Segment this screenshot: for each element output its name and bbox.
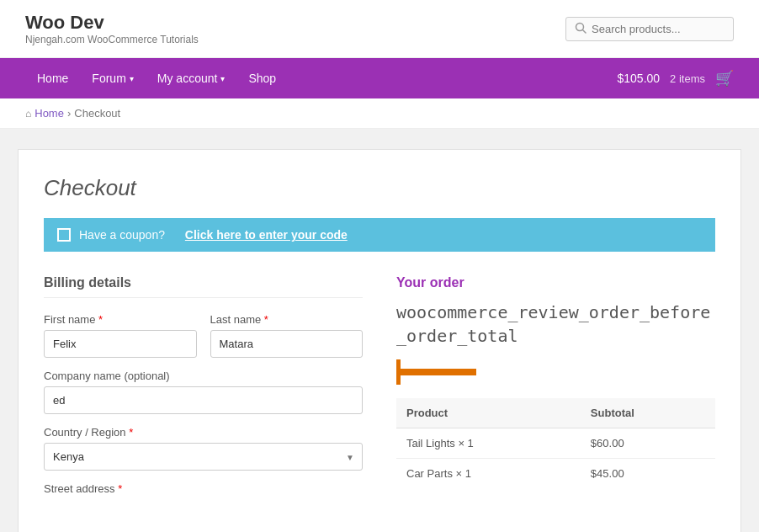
order-table-row: Car Parts × 1 $45.00 [396, 459, 715, 489]
product-subtotal-1: $60.00 [581, 428, 715, 459]
billing-section-title: Billing details [44, 275, 363, 298]
site-branding: Woo Dev Njengah.com WooCommerce Tutorial… [25, 12, 199, 45]
street-required: * [118, 482, 122, 495]
nav-right: $105.00 2 items 🛒 [617, 69, 734, 88]
last-name-required: * [264, 313, 268, 326]
arrow-icon [396, 359, 480, 385]
country-label: Country / Region * [44, 426, 363, 439]
forum-chevron-icon: ▾ [130, 74, 134, 83]
coupon-link[interactable]: Click here to enter your code [185, 228, 348, 242]
order-table-row: Tail Lights × 1 $60.00 [396, 428, 715, 459]
company-input[interactable] [44, 386, 363, 414]
breadcrumb-home[interactable]: Home [34, 107, 64, 120]
checkout-main: Checkout Have a coupon? Click here to en… [18, 149, 741, 532]
country-group: Country / Region * Kenya Uganda Tanzania [44, 426, 363, 471]
street-label: Street address * [44, 482, 363, 495]
billing-col: Billing details First name * Last name [44, 275, 363, 499]
cart-icon[interactable]: 🛒 [715, 69, 734, 88]
myaccount-chevron-icon: ▾ [220, 74, 225, 83]
street-group: Street address * [44, 482, 363, 499]
first-name-required: * [98, 313, 103, 326]
nav-item-shop[interactable]: Shop [236, 58, 288, 98]
last-name-label: Last name * [210, 313, 364, 326]
table-header-product: Product [396, 398, 581, 428]
first-name-label: First name * [44, 313, 197, 326]
last-name-input[interactable] [210, 330, 364, 358]
site-tagline: Njengah.com WooCommerce Tutorials [25, 34, 199, 45]
coupon-icon [57, 228, 71, 242]
last-name-group: Last name * [210, 313, 364, 358]
search-input[interactable] [592, 23, 724, 35]
search-icon [575, 22, 586, 36]
svg-line-1 [583, 29, 586, 33]
nav-left: Home Forum ▾ My account ▾ Shop [25, 58, 617, 98]
site-header: Woo Dev Njengah.com WooCommerce Tutorial… [0, 0, 759, 58]
country-select-wrap: Kenya Uganda Tanzania [44, 443, 363, 471]
hook-text: woocommerce_review_order_before _order_t… [396, 301, 715, 348]
first-name-group: First name * [44, 313, 197, 358]
order-col: Your order woocommerce_review_order_befo… [396, 275, 715, 499]
cart-price: $105.00 [617, 72, 660, 85]
nav-item-myaccount[interactable]: My account ▾ [146, 58, 237, 98]
product-name-2: Car Parts × 1 [396, 459, 581, 489]
company-group: Company name (optional) [44, 370, 363, 414]
product-subtotal-2: $45.00 [581, 459, 715, 489]
checkout-title: Checkout [44, 175, 715, 201]
country-select[interactable]: Kenya Uganda Tanzania [44, 443, 363, 471]
home-icon: ⌂ [25, 108, 31, 120]
table-header-subtotal: Subtotal [581, 398, 715, 428]
search-box[interactable] [565, 17, 734, 41]
site-title: Woo Dev [25, 12, 199, 34]
checkout-columns: Billing details First name * Last name [44, 275, 715, 499]
nav-item-home[interactable]: Home [25, 58, 80, 98]
breadcrumb-separator: › [67, 107, 71, 120]
order-table: Product Subtotal Tail Lights × 1 $60.00 … [396, 398, 715, 488]
arrow-container [396, 359, 715, 385]
order-section-title: Your order [396, 275, 715, 290]
cart-count: 2 items [670, 72, 705, 85]
breadcrumb: ⌂ Home › Checkout [0, 98, 759, 129]
nav-item-forum[interactable]: Forum ▾ [80, 58, 145, 98]
country-required: * [129, 426, 133, 439]
product-name-1: Tail Lights × 1 [396, 428, 581, 459]
coupon-banner: Have a coupon? Click here to enter your … [44, 218, 715, 252]
breadcrumb-current: Checkout [74, 107, 120, 120]
name-row: First name * Last name * [44, 313, 363, 358]
company-label: Company name (optional) [44, 370, 363, 382]
main-nav: Home Forum ▾ My account ▾ Shop $105.00 2… [0, 58, 759, 98]
first-name-input[interactable] [44, 330, 197, 358]
coupon-text: Have a coupon? [79, 228, 165, 242]
